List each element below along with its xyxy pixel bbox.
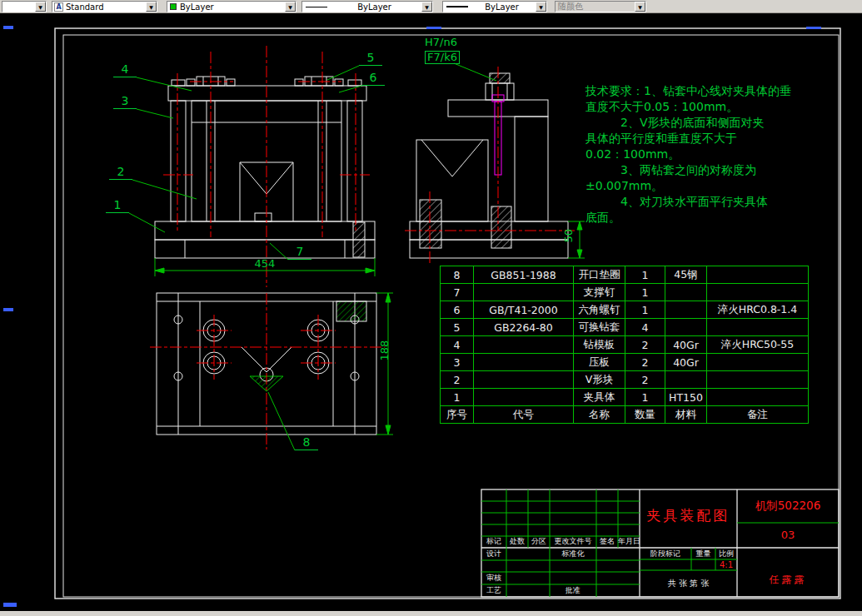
tech-req-line: ±0.007mm。 <box>585 180 663 192</box>
sheet-info: 共 张 第 张 <box>640 579 737 588</box>
plot-style-value: 随颜色 <box>556 1 635 12</box>
color-combo[interactable]: ByLayer ▼ <box>167 1 296 12</box>
part-name: 开口垫圈 <box>574 266 625 284</box>
text-style-combo[interactable]: A Standard ▼ <box>52 1 157 12</box>
part-material <box>665 301 707 319</box>
label-process: 工艺 <box>481 587 506 595</box>
part-remark <box>707 354 809 371</box>
scale-value: 4:1 <box>715 560 737 569</box>
table-row: 3压板240Gr <box>441 354 809 371</box>
text-style-icon: A <box>54 2 63 12</box>
part-no: 6 <box>441 301 474 319</box>
parts-table: 8GB851-1988开口垫圈145钢 7支撑钉1 6GB/T41-2000六角… <box>440 266 809 424</box>
lineweight-value: ByLayer <box>468 2 536 12</box>
tech-req-line: 3、两钻套之间的对称度为 <box>585 164 756 176</box>
balloon-6: 6 <box>361 72 385 86</box>
balloon-3: 3 <box>113 95 137 109</box>
part-no: 8 <box>441 266 474 284</box>
part-name: 压板 <box>574 354 625 371</box>
part-remark <box>707 371 809 389</box>
tech-req-line: 4、对刀块水平面平行夹具体 <box>585 196 768 208</box>
part-qty: 1 <box>625 284 665 301</box>
col-header: 备注 <box>707 406 809 424</box>
part-material: 45钢 <box>665 266 707 284</box>
color-value: ByLayer <box>177 2 285 12</box>
table-row: 7支撑钉1 <box>441 284 809 301</box>
tech-req-line: 技术要求：1、钻套中心线对夹具体的垂 <box>585 85 791 97</box>
table-row: 5GB2264-80可换钻套4 <box>441 319 809 336</box>
table-row: 8GB851-1988开口垫圈145钢 <box>441 266 809 284</box>
part-remark <box>707 266 809 284</box>
plot-style-combo[interactable]: 随颜色 ▼ <box>555 1 646 12</box>
part-material <box>665 319 707 336</box>
part-qty: 1 <box>625 301 665 319</box>
lineweight-icon <box>446 6 468 7</box>
rev-header: 标记 <box>481 538 506 546</box>
object-properties-toolbar: ▼ A Standard ▼ ByLayer ▼ ByLayer ▼ ByLay… <box>0 0 862 13</box>
part-code: GB/T41-2000 <box>474 301 574 319</box>
table-row: 1夹具体1HT150 <box>441 389 809 406</box>
linetype-arrow-icon[interactable]: ▼ <box>421 2 432 12</box>
tech-req-line: 底面。 <box>585 211 620 224</box>
part-no: 7 <box>441 284 474 301</box>
part-name: 支撑钉 <box>574 284 625 301</box>
layer-combo-arrow-icon[interactable]: ▼ <box>35 2 46 12</box>
balloon-1: 1 <box>106 199 129 213</box>
label-approve: 批准 <box>550 587 596 595</box>
color-swatch-icon <box>170 3 177 10</box>
part-qty: 4 <box>625 319 665 336</box>
rev-header: 处数 <box>506 538 528 546</box>
part-material: 40Gr <box>665 336 707 354</box>
part-no: 5 <box>441 319 474 336</box>
rev-header: 签名 <box>596 538 618 546</box>
plot-style-arrow-icon: ▼ <box>635 2 645 12</box>
part-remark <box>707 284 809 301</box>
label-standardization: 标准化 <box>550 550 596 559</box>
label-stage-mark: 阶段标记 <box>640 550 691 559</box>
col-header: 数量 <box>625 406 665 424</box>
text-style-arrow-icon[interactable]: ▼ <box>146 2 157 12</box>
part-material <box>665 284 707 301</box>
balloon-4: 4 <box>113 63 137 77</box>
linetype-icon <box>306 7 327 7</box>
part-code: GB851-1988 <box>474 266 574 284</box>
part-material: HT150 <box>665 389 707 406</box>
part-material <box>665 371 707 389</box>
dimension-50: 50 <box>563 223 575 248</box>
part-code <box>474 354 574 371</box>
balloon-2: 2 <box>109 166 132 180</box>
table-row: 2V形块2 <box>441 371 809 389</box>
front-view[interactable] <box>155 77 375 258</box>
linetype-value: ByLayer <box>327 2 421 12</box>
part-material: 40Gr <box>665 354 707 371</box>
dimension-454: 454 <box>240 258 290 270</box>
part-name: V形块 <box>574 371 625 389</box>
label-weight: 重量 <box>691 550 715 559</box>
col-header: 序号 <box>441 406 474 424</box>
part-code: GB2264-80 <box>474 319 574 336</box>
rev-header: 更改文件号 <box>550 538 596 546</box>
tech-req-line: 具体的平行度和垂直度不大于 <box>585 132 737 145</box>
layer-combo[interactable]: ▼ <box>2 1 47 12</box>
balloon-8: 8 <box>295 436 318 450</box>
part-remark: 淬火HRC0.8-1.4 <box>707 301 809 319</box>
part-name: 六角螺钉 <box>574 301 625 319</box>
part-qty: 1 <box>625 389 665 406</box>
signature: 任露露 <box>737 574 839 585</box>
lineweight-arrow-icon[interactable]: ▼ <box>536 2 546 12</box>
drawing-canvas[interactable]: H7/n6 F7/k6 技术要求：1、钻套中心线对夹具体的垂 直度不大于0.05… <box>0 0 862 616</box>
rev-header: 分区 <box>528 538 550 546</box>
fit-label-bottom: F7/k6 <box>425 51 460 64</box>
color-arrow-icon[interactable]: ▼ <box>285 2 296 12</box>
part-code <box>474 389 574 406</box>
table-header-row: 序号代号名称数量材料备注 <box>441 406 809 424</box>
linetype-combo[interactable]: ByLayer ▼ <box>301 1 433 12</box>
part-remark <box>707 319 809 336</box>
tech-req-line: 0.02：100mm。 <box>585 148 680 161</box>
part-name: 夹具体 <box>574 389 625 406</box>
text-style-value: Standard <box>63 2 146 12</box>
part-no: 1 <box>441 389 474 406</box>
col-header: 名称 <box>574 406 625 424</box>
lineweight-combo[interactable]: ByLayer ▼ <box>442 1 547 12</box>
part-code <box>474 284 574 301</box>
